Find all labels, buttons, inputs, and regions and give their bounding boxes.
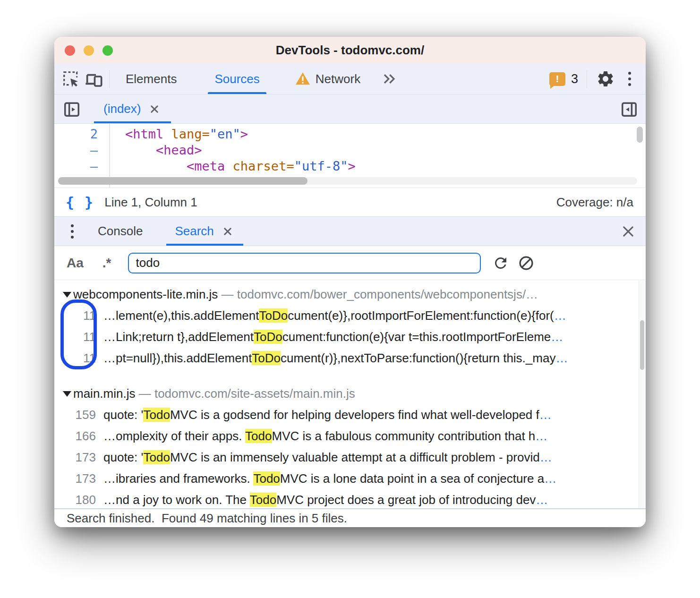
match-post-text: MVC is an immensely valuable attempt at … xyxy=(170,450,540,464)
match-truncation-ellipsis: … xyxy=(544,471,556,486)
file-url: — todomvc.com/site-assets/main.min.js xyxy=(135,386,355,401)
match-post-text: cument(r)},nextToParse:function(){return… xyxy=(281,351,555,365)
match-truncation-ellipsis: … xyxy=(536,493,548,507)
code-token-plain xyxy=(163,127,171,141)
code-token-tag: <meta xyxy=(187,159,225,173)
match-pre-text: …Link;return t},addElement xyxy=(103,330,254,344)
tab-network-label: Network xyxy=(316,72,360,86)
code-line[interactable]: – <meta charset="utf-8"> xyxy=(54,158,646,174)
code-content: <meta charset="utf-8"> xyxy=(110,159,356,173)
file-tab-index[interactable]: (index) xyxy=(94,94,171,123)
match-line-number: 173 xyxy=(54,471,96,486)
issues-badge-mark: ! xyxy=(555,73,559,85)
match-text: …ibraries and frameworks. TodoMVC is a l… xyxy=(96,471,556,486)
code-token-tag: > xyxy=(348,159,355,173)
drawer-tab-search[interactable]: Search xyxy=(163,217,246,246)
match-text: quote: 'TodoMVC is a godsend for helping… xyxy=(96,408,552,422)
disclosure-triangle-icon xyxy=(63,391,71,397)
match-pre-text: quote: ' xyxy=(103,450,143,464)
drawer-tab-search-underline xyxy=(166,244,243,246)
match-text: …lement(e),this.addElementToDocument(e)}… xyxy=(96,308,566,323)
code-editor[interactable]: 2<html lang="en">– <head>– <meta charset… xyxy=(54,124,646,188)
disclosure-triangle-icon xyxy=(63,292,71,298)
search-match-row[interactable]: 159quote: 'TodoMVC is a godsend for help… xyxy=(54,404,646,426)
more-tabs-icon[interactable] xyxy=(379,69,399,89)
match-truncation-ellipsis: … xyxy=(555,351,568,365)
file-tab-underline xyxy=(94,121,171,123)
file-url: — todomvc.com/bower_components/webcompon… xyxy=(218,287,538,302)
match-truncation-ellipsis: … xyxy=(551,330,563,344)
match-pre-text: …nd a joy to work on. The xyxy=(103,493,250,507)
code-token-plain xyxy=(125,159,187,173)
drawer-tab-search-label: Search xyxy=(175,224,213,239)
file-name: webcomponents-lite.min.js xyxy=(73,287,218,302)
match-line-number: 173 xyxy=(54,450,96,465)
code-token-attr: charset= xyxy=(233,159,294,173)
search-match-row[interactable]: 11…lement(e),this.addElementToDocument(e… xyxy=(54,305,646,326)
search-results: webcomponents-lite.min.js — todomvc.com/… xyxy=(54,280,646,508)
show-navigator-icon[interactable] xyxy=(62,99,82,119)
search-match-row[interactable]: 173quote: 'TodoMVC is an immensely valua… xyxy=(54,447,646,468)
editor-hscrollbar-thumb[interactable] xyxy=(58,177,307,185)
search-match-row[interactable]: 166…omplexity of their apps. TodoMVC is … xyxy=(54,426,646,447)
search-match-row[interactable]: 11…Link;return t},addElementToDocument:f… xyxy=(54,326,646,348)
file-header-row[interactable]: webcomponents-lite.min.js — todomvc.com/… xyxy=(54,284,646,305)
tab-sources[interactable]: Sources xyxy=(204,64,270,94)
drawer-menu-kebab-icon[interactable] xyxy=(63,222,82,241)
titlebar: DevTools - todomvc.com/ xyxy=(54,37,646,64)
refresh-search-icon[interactable] xyxy=(491,254,510,273)
match-line-number: 166 xyxy=(54,429,96,444)
toggle-device-toolbar-icon[interactable] xyxy=(84,69,103,89)
code-line[interactable]: – <head> xyxy=(54,142,646,158)
match-truncation-ellipsis: … xyxy=(535,429,547,443)
match-pre-text: …omplexity of their apps. xyxy=(103,429,245,443)
match-highlight: ToDo xyxy=(252,351,281,365)
code-token-tag: <head> xyxy=(156,143,202,157)
match-post-text: MVC is a lone data point in a sea of con… xyxy=(280,471,544,486)
close-search-tab-icon[interactable] xyxy=(221,224,235,239)
tab-sources-underline xyxy=(208,92,266,94)
results-scrollbar-thumb[interactable] xyxy=(640,320,644,370)
search-match-row[interactable]: 11…pt=null}),this.addElementToDocument(r… xyxy=(54,348,646,369)
search-match-row[interactable]: 180…nd a joy to work on. The TodoMVC pro… xyxy=(54,489,646,508)
match-line-number: 11 xyxy=(54,330,96,344)
settings-gear-icon[interactable] xyxy=(596,69,615,89)
code-line[interactable]: 2<html lang="en"> xyxy=(54,126,646,142)
show-debugger-sidebar-icon[interactable] xyxy=(619,99,639,119)
search-input[interactable] xyxy=(128,253,481,273)
warning-icon xyxy=(295,72,311,86)
editor-vscrollbar-thumb[interactable] xyxy=(637,127,643,143)
results-scrollbar-track[interactable] xyxy=(639,280,646,508)
match-line-number: 159 xyxy=(54,408,96,422)
tab-network[interactable]: Network xyxy=(284,64,371,94)
match-line-number: 180 xyxy=(54,493,96,507)
match-text: …Link;return t},addElementToDocument:fun… xyxy=(96,330,563,344)
tab-elements[interactable]: Elements xyxy=(115,64,187,94)
code-token-val: "utf-8" xyxy=(294,159,348,173)
drawer-tab-strip: Console Search xyxy=(54,216,646,246)
match-line-number: 11 xyxy=(54,351,96,366)
close-file-tab-icon[interactable] xyxy=(147,102,162,116)
clear-search-icon[interactable] xyxy=(517,254,536,273)
match-highlight: Todo xyxy=(143,450,170,464)
regex-toggle[interactable]: .* xyxy=(102,256,111,271)
inspect-element-icon[interactable] xyxy=(61,69,81,89)
match-text: …nd a joy to work on. The TodoMVC projec… xyxy=(96,493,548,507)
file-tab-label: (index) xyxy=(103,102,141,116)
match-truncation-ellipsis: … xyxy=(540,450,552,464)
pretty-print-icon[interactable]: { } xyxy=(66,194,94,211)
match-pre-text: quote: ' xyxy=(103,408,143,422)
code-token-tag: <html xyxy=(125,127,163,141)
drawer-tab-console[interactable]: Console xyxy=(86,217,154,246)
close-drawer-icon[interactable] xyxy=(620,223,636,239)
match-text: quote: 'TodoMVC is an immensely valuable… xyxy=(96,450,552,465)
main-menu-kebab-icon[interactable] xyxy=(620,69,639,88)
search-match-row[interactable]: 173…ibraries and frameworks. TodoMVC is … xyxy=(54,468,646,489)
file-header-row[interactable]: main.min.js — todomvc.com/site-assets/ma… xyxy=(54,383,646,404)
match-post-text: MVC is a godsend for helping developers … xyxy=(170,408,539,422)
devtools-window: DevTools - todomvc.com/ Elements Sources xyxy=(54,37,646,527)
issues-badge-icon: ! xyxy=(549,72,565,86)
issues-indicator[interactable]: ! 3 xyxy=(549,72,578,86)
coverage-status: Coverage: n/a xyxy=(556,195,633,210)
match-case-toggle[interactable]: Aa xyxy=(67,256,84,271)
